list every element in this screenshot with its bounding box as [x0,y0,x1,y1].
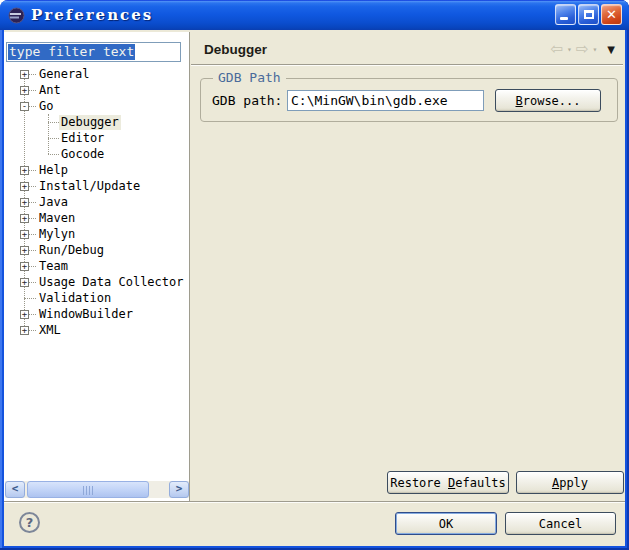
tree-item[interactable]: + Maven [4,210,188,226]
help-icon: ? [26,515,34,530]
scroll-left-icon: < [12,482,19,495]
window-title: Preferences [31,6,153,24]
tree-expander[interactable]: + [20,246,29,255]
tree-item-label: Run/Debug [37,243,106,258]
tree-connector [48,154,59,155]
scroll-right-button[interactable]: > [169,481,189,498]
tree-item[interactable]: - Go [4,98,188,114]
help-button[interactable]: ? [19,512,40,533]
filter-input[interactable]: type filter text [6,42,181,62]
back-icon[interactable]: ⇦ [550,40,563,58]
tree-item-label: Usage Data Collector [37,275,186,290]
preferences-tree: + General + Ant - Go Debugger Editor Goc… [4,66,188,338]
filter-input-value: type filter text [8,44,135,60]
forward-icon[interactable]: ⇨ [576,40,589,58]
forward-menu-icon[interactable]: ▾ [592,45,597,54]
tree-expander[interactable]: + [20,182,29,191]
tree-item-label: Java [37,195,70,210]
footer-separator [4,501,625,503]
tree-item-label: Help [37,163,70,178]
tree-expander[interactable]: + [20,86,29,95]
browse-button[interactable]: Browse... [495,89,601,112]
tree-item[interactable]: + WindowBuilder [4,306,188,322]
maximize-button[interactable] [578,4,599,25]
tree-item-label: XML [37,323,63,338]
tree-panel: type filter text + General + Ant - Go De… [4,32,190,501]
tree-horizontal-scrollbar[interactable]: < > [5,481,189,498]
tree-expander[interactable]: + [20,230,29,239]
tree-expander[interactable]: + [20,70,29,79]
tree-expander[interactable]: + [20,214,29,223]
tree-item[interactable]: + General [4,66,188,82]
tree-item[interactable]: + Install/Update [4,178,188,194]
tree-item-label: Go [37,99,55,114]
tree-item[interactable]: Gocode [4,146,188,162]
eclipse-icon [8,7,25,24]
tree-item[interactable]: Validation [4,290,188,306]
tree-item-label: Editor [59,131,106,146]
settings-panel: Debugger ⇦ ▾ ⇨ ▾ ▼ GDB Path GDB path: Br… [191,30,625,501]
tree-item[interactable]: + Team [4,258,188,274]
tree-connector [48,122,59,123]
gdb-path-label: GDB path: [212,93,282,108]
title-bar[interactable]: Preferences ✕ [0,0,629,30]
tree-item-label: Maven [37,211,77,226]
tree-item[interactable]: + Help [4,162,188,178]
tree-item[interactable]: + Usage Data Collector [4,274,188,290]
tree-item[interactable]: + XML [4,322,188,338]
tree-expander[interactable]: + [20,166,29,175]
tree-expander[interactable]: + [20,278,29,287]
page-title: Debugger [204,42,267,57]
maximize-icon [584,10,594,19]
ok-button[interactable]: OK [395,512,497,535]
tree-connector [48,138,59,139]
restore-defaults-button[interactable]: Restore Defaults [387,471,509,494]
minimize-button[interactable] [555,4,576,25]
tree-item[interactable]: Debugger [4,114,188,130]
tree-item-label: Team [37,259,70,274]
tree-item[interactable]: Editor [4,130,188,146]
view-menu-icon[interactable]: ▼ [607,44,615,55]
tree-item[interactable]: + Ant [4,82,188,98]
tree-item-label: Ant [37,83,63,98]
tree-item[interactable]: + Run/Debug [4,242,188,258]
dialog-content: type filter text + General + Ant - Go De… [4,30,625,546]
tree-item-label: WindowBuilder [37,307,135,322]
tree-expander[interactable]: + [20,262,29,271]
tree-expander[interactable]: + [20,198,29,207]
tree-item-label: Install/Update [37,179,142,194]
page-navigation: ⇦ ▾ ⇨ ▾ ▼ [550,40,615,58]
close-button[interactable]: ✕ [601,4,622,25]
cancel-button[interactable]: Cancel [505,512,616,535]
tree-item[interactable]: + Java [4,194,188,210]
tree-item-label: Debugger [59,115,121,130]
tree-expander[interactable]: + [20,310,29,319]
tree-expander[interactable]: - [20,102,29,111]
tree-item[interactable]: + Mylyn [4,226,188,242]
gdb-path-group: GDB Path GDB path: Browse... [200,78,618,122]
back-menu-icon[interactable]: ▾ [567,45,572,54]
gdb-path-input[interactable] [287,90,484,111]
tree-item-label: Mylyn [37,227,77,242]
close-icon: ✕ [602,6,621,24]
group-label: GDB Path [213,70,286,86]
tree-expander[interactable]: + [20,326,29,335]
minimize-icon [560,17,568,20]
tree-item-label: General [37,67,92,82]
apply-button[interactable]: Apply [516,471,624,494]
header-separator [191,64,623,66]
scroll-left-button[interactable]: < [5,481,25,498]
tree-item-label: Gocode [59,147,106,162]
scrollbar-thumb[interactable] [27,481,149,498]
tree-item-label: Validation [37,291,113,306]
scroll-right-icon: > [176,482,183,495]
preferences-dialog: Preferences ✕ type filter text + General… [0,0,629,550]
